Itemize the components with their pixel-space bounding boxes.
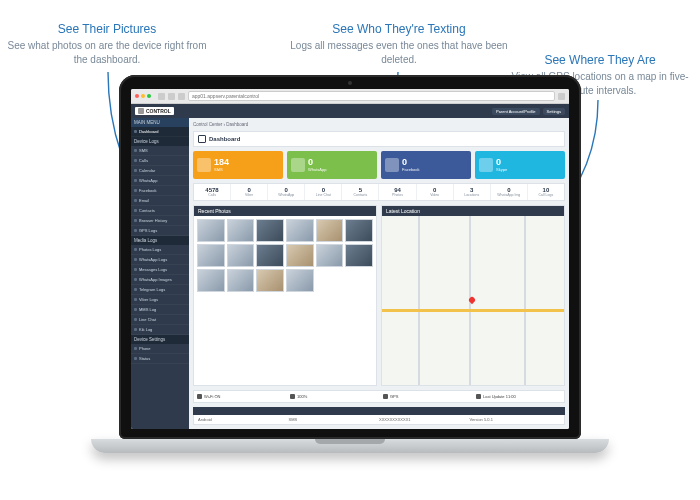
photo-thumbnail[interactable] (256, 244, 284, 267)
stats-row: 4578Calls0Viber0WhatsApp0Line Chat5Conta… (193, 183, 565, 201)
device-info-cell: Android (198, 417, 289, 422)
stat-cell[interactable]: 10Call Logs (528, 184, 564, 200)
sidebar-item[interactable]: Line Chat (131, 315, 189, 325)
card-label: WhatsApp (308, 167, 326, 172)
sidebar-item[interactable]: Phone (131, 344, 189, 354)
stat-cell[interactable]: 0WhatsApp Img (491, 184, 528, 200)
browser-chrome: app01.appserv.parentalcontrol (131, 89, 569, 104)
photo-thumbnail[interactable] (286, 219, 314, 242)
status-updated: Last Update 11:00 (476, 394, 561, 399)
sidebar-item[interactable]: Calendar (131, 166, 189, 176)
stat-label: Photos (379, 193, 415, 197)
sidebar-item[interactable]: MMS Log (131, 305, 189, 315)
window-controls[interactable] (135, 94, 151, 98)
photo-thumbnail[interactable] (345, 244, 373, 267)
stat-cell[interactable]: 94Photos (379, 184, 416, 200)
sidebar-item[interactable]: Browser History (131, 216, 189, 226)
reload-icon[interactable] (178, 93, 185, 100)
status-text: GPS (390, 394, 398, 399)
summary-card[interactable]: 0WhatsApp (287, 151, 377, 179)
sidebar-item[interactable]: SMS (131, 146, 189, 156)
stat-label: WhatsApp (268, 193, 304, 197)
stat-cell[interactable]: 3Locations (454, 184, 491, 200)
sidebar-item[interactable]: Status (131, 354, 189, 364)
status-gps: GPS (383, 394, 468, 399)
stat-cell[interactable]: 0Line Chat (305, 184, 342, 200)
photo-thumbnail[interactable] (286, 269, 314, 292)
device-info-cell: SMS (289, 417, 380, 422)
map-widget[interactable] (382, 216, 564, 385)
photo-thumbnail[interactable] (227, 269, 255, 292)
callout-title: See Who They're Texting (284, 22, 514, 36)
card-icon (479, 158, 493, 172)
photo-thumbnail[interactable] (316, 219, 344, 242)
sidebar-item[interactable]: Viber Logs (131, 295, 189, 305)
sidebar-item[interactable]: Email (131, 196, 189, 206)
stat-label: Call Logs (528, 193, 564, 197)
card-value: 0 (402, 158, 420, 167)
summary-card[interactable]: 0Facebook (381, 151, 471, 179)
photo-thumbnail[interactable] (256, 219, 284, 242)
sidebar-item[interactable]: Messages Logs (131, 265, 189, 275)
settings-button[interactable]: Settings (543, 108, 565, 115)
status-text: 100% (297, 394, 307, 399)
device-info-cell: Version 5.0.1 (470, 417, 561, 422)
page-title: Dashboard (193, 131, 565, 147)
photo-thumbnail[interactable] (197, 269, 225, 292)
photo-thumbnail[interactable] (197, 219, 225, 242)
sidebar-group[interactable]: Media Logs (131, 236, 189, 245)
breadcrumb: Control Center › Dashboard (193, 122, 565, 127)
photo-thumbnail[interactable] (227, 244, 255, 267)
stat-label: Locations (454, 193, 490, 197)
sidebar-header: MAIN MENU (131, 118, 189, 127)
stat-cell[interactable]: 0Viber (231, 184, 268, 200)
photo-thumbnail[interactable] (256, 269, 284, 292)
main-content: Control Center › Dashboard Dashboard 184… (189, 118, 569, 429)
sidebar-item[interactable]: Telegram Logs (131, 285, 189, 295)
sidebar-group[interactable]: Device Settings (131, 335, 189, 344)
sidebar-item[interactable]: Calls (131, 156, 189, 166)
card-icon (291, 158, 305, 172)
forward-icon[interactable] (168, 93, 175, 100)
sidebar-item[interactable]: GPS Logs (131, 226, 189, 236)
account-button[interactable]: Parent Account/Profile (492, 108, 540, 115)
app-topbar: CONTROL Parent Account/Profile Settings (131, 104, 569, 118)
app-root: CONTROL Parent Account/Profile Settings … (131, 104, 569, 429)
app-logo[interactable]: CONTROL (135, 107, 174, 115)
callout-title: See Their Pictures (2, 22, 212, 36)
stat-cell[interactable]: 0WhatsApp (268, 184, 305, 200)
device-status-bar: Wi-Fi ON 100% GPS Last Update 11:00 (193, 390, 565, 403)
camera-dot (348, 81, 352, 85)
brand-text: CONTROL (146, 108, 171, 114)
callout-desc: See what photos on are the device right … (2, 39, 212, 66)
photo-thumbnail[interactable] (286, 244, 314, 267)
back-icon[interactable] (158, 93, 165, 100)
sidebar-item[interactable]: Kik Log (131, 325, 189, 335)
stat-cell[interactable]: 5Contacts (342, 184, 379, 200)
sidebar-item[interactable]: WhatsApp Logs (131, 255, 189, 265)
photo-thumbnail[interactable] (345, 219, 373, 242)
sidebar-item[interactable]: Contacts (131, 206, 189, 216)
sidebar-group[interactable]: Device Logs (131, 137, 189, 146)
summary-card[interactable]: 0Skype (475, 151, 565, 179)
callout-desc: Logs all messages even the ones that hav… (284, 39, 514, 66)
summary-card[interactable]: 184SMS (193, 151, 283, 179)
status-battery: 100% (290, 394, 375, 399)
photo-thumbnail[interactable] (227, 219, 255, 242)
sidebar-item-dashboard[interactable]: Dashboard (131, 127, 189, 137)
photo-thumbnail[interactable] (197, 244, 225, 267)
screen: app01.appserv.parentalcontrol CONTROL Pa… (131, 89, 569, 429)
menu-icon[interactable] (558, 93, 565, 100)
sidebar-item[interactable]: WhatsApp (131, 176, 189, 186)
stat-label: WhatsApp Img (491, 193, 527, 197)
callout-title: See Where They Are (502, 53, 698, 67)
stat-cell[interactable]: 4578Calls (194, 184, 231, 200)
callout-texting: See Who They're Texting Logs all message… (284, 22, 514, 66)
stat-label: Line Chat (305, 193, 341, 197)
sidebar-item[interactable]: Facebook (131, 186, 189, 196)
stat-cell[interactable]: 0Video (417, 184, 454, 200)
photo-thumbnail[interactable] (316, 244, 344, 267)
sidebar-item[interactable]: Photos Logs (131, 245, 189, 255)
address-bar[interactable]: app01.appserv.parentalcontrol (188, 91, 555, 101)
sidebar-item[interactable]: WhatsApp Images (131, 275, 189, 285)
